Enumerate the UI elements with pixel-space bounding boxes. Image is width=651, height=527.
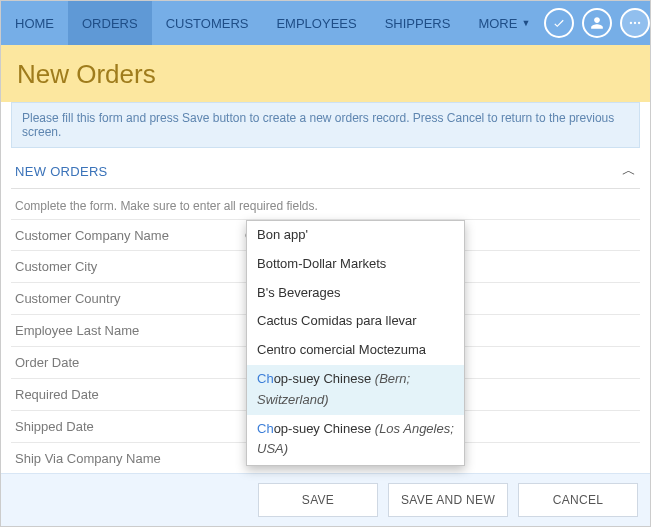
field-label: Ship Via Company Name xyxy=(15,451,245,466)
dropdown-option[interactable]: Chop-suey Chinese (Los Angeles; USA) xyxy=(247,415,464,465)
save-and-new-button[interactable]: SAVE AND NEW xyxy=(388,483,508,517)
save-button[interactable]: SAVE xyxy=(258,483,378,517)
dropdown-option[interactable]: Cactus Comidas para llevar xyxy=(247,307,464,336)
autocomplete-dropdown[interactable]: Bon app'Bottom-Dollar MarketsB's Beverag… xyxy=(246,220,465,466)
nav-tab-shippers[interactable]: SHIPPERS xyxy=(371,1,465,45)
svg-point-2 xyxy=(638,22,640,24)
nav-tab-employees[interactable]: EMPLOYEES xyxy=(262,1,370,45)
page-title: New Orders xyxy=(17,59,634,90)
nav-tabs: HOME ORDERS CUSTOMERS EMPLOYEES SHIPPERS… xyxy=(1,1,544,45)
dropdown-option[interactable]: Bottom-Dollar Markets xyxy=(247,250,464,279)
field-label: Customer Country xyxy=(15,291,245,306)
title-bar: New Orders xyxy=(1,45,650,102)
field-label: Shipped Date xyxy=(15,419,245,434)
cancel-button[interactable]: CANCEL xyxy=(518,483,638,517)
field-label: Customer City xyxy=(15,259,245,274)
dropdown-option[interactable]: Chop-suey Chinese (Bern; Switzerland) xyxy=(247,365,464,415)
section-label: NEW ORDERS xyxy=(15,164,108,179)
nav-tab-home[interactable]: HOME xyxy=(1,1,68,45)
top-nav: HOME ORDERS CUSTOMERS EMPLOYEES SHIPPERS… xyxy=(1,1,650,45)
collapse-icon[interactable]: ︿ xyxy=(622,162,636,180)
dropdown-option[interactable]: Centro comercial Moctezuma xyxy=(247,336,464,365)
footer-toolbar: SAVE SAVE AND NEW CANCEL xyxy=(1,473,650,526)
nav-tab-more[interactable]: MORE▼ xyxy=(464,1,544,45)
svg-point-0 xyxy=(630,22,632,24)
nav-icons xyxy=(544,1,651,45)
chevron-down-icon: ▼ xyxy=(521,18,530,28)
svg-point-1 xyxy=(634,22,636,24)
field-label: Customer Company Name xyxy=(15,228,245,243)
helper-text: Complete the form. Make sure to enter al… xyxy=(11,189,640,219)
dropdown-option[interactable]: Comércio Mineiro xyxy=(247,464,464,466)
section-header: NEW ORDERS ︿ xyxy=(11,152,640,189)
nav-tab-orders[interactable]: ORDERS xyxy=(68,1,152,45)
more-icon[interactable] xyxy=(620,8,650,38)
info-message: Please fill this form and press Save but… xyxy=(11,102,640,148)
dropdown-option[interactable]: Bon app' xyxy=(247,221,464,250)
field-label: Required Date xyxy=(15,387,245,402)
dropdown-option[interactable]: B's Beverages xyxy=(247,279,464,308)
user-icon[interactable] xyxy=(582,8,612,38)
field-label: Order Date xyxy=(15,355,245,370)
check-icon[interactable] xyxy=(544,8,574,38)
field-label: Employee Last Name xyxy=(15,323,245,338)
nav-tab-customers[interactable]: CUSTOMERS xyxy=(152,1,263,45)
